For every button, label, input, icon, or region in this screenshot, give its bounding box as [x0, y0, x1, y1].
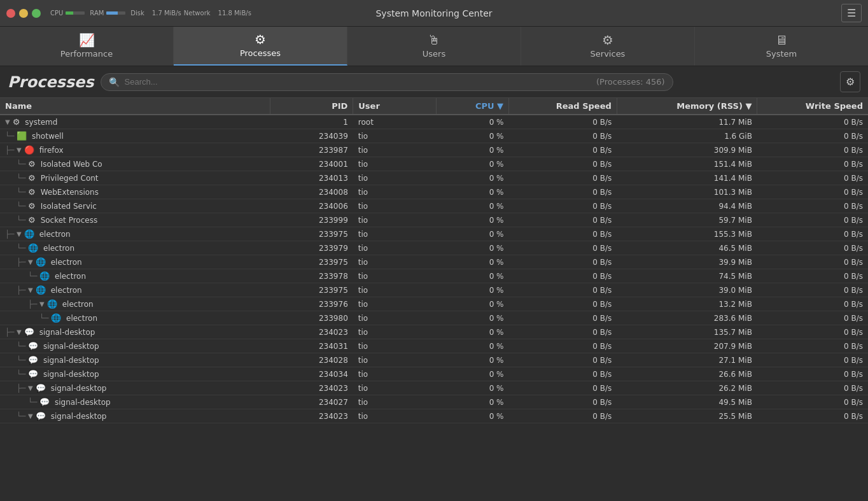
process-mem: 59.7 MiB	[617, 213, 757, 227]
table-row[interactable]: ├─▼ 🔴 firefox 233987tio0 %0 B/s309.9 MiB…	[0, 143, 868, 157]
process-pid: 233979	[270, 241, 353, 255]
process-icon: 🌐	[24, 229, 34, 239]
process-write: 0 B/s	[757, 339, 868, 353]
process-read: 0 B/s	[509, 143, 617, 157]
tab-services[interactable]: ⚙ Services	[521, 27, 695, 66]
table-row[interactable]: └─▼ 💬 signal-desktop 234023tio0 %0 B/s25…	[0, 409, 868, 423]
cpu-bar	[66, 11, 85, 15]
table-row[interactable]: └─ 💬 signal-desktop 234028tio0 %0 B/s27.…	[0, 353, 868, 367]
table-row[interactable]: ├─▼ 💬 signal-desktop 234023tio0 %0 B/s13…	[0, 325, 868, 339]
table-row[interactable]: └─ ⚙️ Isolated Servic 234006tio0 %0 B/s9…	[0, 199, 868, 213]
process-mem: 26.6 MiB	[617, 367, 757, 381]
table-row[interactable]: └─ ⚙️ Socket Process 233999tio0 %0 B/s59…	[0, 213, 868, 227]
process-icon: 🌐	[51, 313, 61, 323]
expand-arrow[interactable]: ▼	[28, 258, 33, 265]
process-name-label: signal-desktop	[43, 370, 99, 379]
process-write: 0 B/s	[757, 185, 868, 199]
process-name-label: signal-desktop	[55, 398, 111, 407]
process-icon: ⚙️	[28, 201, 36, 211]
process-icon: ⚙️	[28, 215, 36, 225]
table-row[interactable]: └─ 🌐 electron 233978tio0 %0 B/s74.5 MiB0…	[0, 269, 868, 283]
process-name-cell: ▼ ⚙️ systemd	[0, 115, 270, 129]
tab-system[interactable]: 🖥 System	[695, 27, 868, 66]
process-user: tio	[353, 241, 437, 255]
process-name-cell: ├─▼ 🌐 electron	[0, 297, 270, 311]
process-cpu: 0 %	[436, 381, 508, 395]
process-table-container[interactable]: Name PID User CPU ▼ Read Speed Memory (R…	[0, 98, 868, 501]
col-header-user[interactable]: User	[353, 98, 437, 115]
search-bar[interactable]: 🔍 (Processes: 456)	[101, 73, 673, 91]
process-icon: 🔴	[24, 145, 34, 155]
col-header-mem[interactable]: Memory (RSS) ▼	[617, 98, 757, 115]
settings-button[interactable]: ⚙	[840, 71, 860, 92]
process-icon: 🌐	[47, 299, 57, 309]
process-name-cell: └─ ⚙️ Socket Process	[0, 213, 270, 227]
process-read: 0 B/s	[509, 213, 617, 227]
table-row[interactable]: └─ 💬 signal-desktop 234034tio0 %0 B/s26.…	[0, 367, 868, 381]
col-header-name[interactable]: Name	[0, 98, 270, 115]
process-user: root	[353, 115, 437, 129]
process-icon: 🌐	[28, 243, 38, 253]
close-button[interactable]	[6, 9, 15, 18]
col-header-pid[interactable]: PID	[270, 98, 353, 115]
process-pid: 234006	[270, 199, 353, 213]
table-row[interactable]: └─ 🌐 electron 233980tio0 %0 B/s283.6 MiB…	[0, 311, 868, 325]
expand-arrow[interactable]: ▼	[17, 328, 22, 335]
process-mem: 1.6 GiB	[617, 129, 757, 143]
process-cpu: 0 %	[436, 129, 508, 143]
expand-arrow[interactable]: ▼	[28, 385, 33, 392]
process-read: 0 B/s	[509, 325, 617, 339]
process-write: 0 B/s	[757, 269, 868, 283]
table-row[interactable]: ├─▼ 🌐 electron 233975tio0 %0 B/s39.9 MiB…	[0, 255, 868, 269]
tabbar: 📈 Performance ⚙ Processes 🖱 Users ⚙ Serv…	[0, 27, 868, 66]
users-icon: 🖱	[428, 34, 440, 46]
menu-button[interactable]: ☰	[841, 4, 862, 22]
expand-arrow[interactable]: ▼	[28, 286, 33, 293]
process-user: tio	[353, 199, 437, 213]
expand-arrow[interactable]: ▼	[17, 230, 22, 237]
search-input[interactable]	[125, 77, 591, 87]
search-icon: 🔍	[109, 77, 120, 87]
expand-arrow[interactable]: ▼	[28, 413, 33, 420]
table-row[interactable]: ├─▼ 🌐 electron 233975tio0 %0 B/s39.0 MiB…	[0, 283, 868, 297]
table-row[interactable]: ├─▼ 🌐 electron 233976tio0 %0 B/s13.2 MiB…	[0, 297, 868, 311]
table-row[interactable]: └─ ⚙️ Privileged Cont 234013tio0 %0 B/s1…	[0, 171, 868, 185]
table-row[interactable]: └─ ⚙️ Isolated Web Co 234001tio0 %0 B/s1…	[0, 157, 868, 171]
process-user: tio	[353, 213, 437, 227]
process-read: 0 B/s	[509, 157, 617, 171]
col-header-write[interactable]: Write Speed	[757, 98, 868, 115]
expand-arrow[interactable]: ▼	[17, 146, 22, 153]
table-row[interactable]: ▼ ⚙️ systemd 1root0 %0 B/s11.7 MiB0 B/s	[0, 115, 868, 129]
process-icon: 💬	[24, 327, 34, 337]
maximize-button[interactable]	[32, 9, 41, 18]
minimize-button[interactable]	[19, 9, 28, 18]
process-write: 0 B/s	[757, 129, 868, 143]
expand-arrow[interactable]: ▼	[5, 118, 10, 125]
table-row[interactable]: ├─▼ 🌐 electron 233975tio0 %0 B/s155.3 Mi…	[0, 227, 868, 241]
table-row[interactable]: └─ 🌐 electron 233979tio0 %0 B/s46.5 MiB0…	[0, 241, 868, 255]
process-name-cell: └─ 💬 signal-desktop	[0, 353, 270, 367]
process-name-cell: ├─▼ 🌐 electron	[0, 283, 270, 297]
table-row[interactable]: └─ 💬 signal-desktop 234031tio0 %0 B/s207…	[0, 339, 868, 353]
process-write: 0 B/s	[757, 395, 868, 409]
process-user: tio	[353, 353, 437, 367]
tab-processes[interactable]: ⚙ Processes	[174, 27, 347, 66]
table-row[interactable]: └─ 💬 signal-desktop 234027tio0 %0 B/s49.…	[0, 395, 868, 409]
col-header-read[interactable]: Read Speed	[509, 98, 617, 115]
tab-performance[interactable]: 📈 Performance	[0, 27, 174, 66]
process-cpu: 0 %	[436, 143, 508, 157]
process-user: tio	[353, 143, 437, 157]
expand-arrow[interactable]: ▼	[39, 300, 45, 307]
col-header-cpu[interactable]: CPU ▼	[436, 98, 508, 115]
process-pid: 234023	[270, 325, 353, 339]
process-pid: 234039	[270, 129, 353, 143]
table-row[interactable]: └─ ⚙️ WebExtensions 234008tio0 %0 B/s101…	[0, 185, 868, 199]
tab-users[interactable]: 🖱 Users	[347, 27, 521, 66]
process-cpu: 0 %	[436, 283, 508, 297]
table-row[interactable]: └─ 🟩 shotwell 234039tio0 %0 B/s1.6 GiB0 …	[0, 129, 868, 143]
process-name-label: shotwell	[32, 132, 64, 141]
window-title: System Monitoring Center	[375, 8, 492, 18]
table-row[interactable]: ├─▼ 💬 signal-desktop 234023tio0 %0 B/s26…	[0, 381, 868, 395]
process-cpu: 0 %	[436, 325, 508, 339]
tab-users-label: Users	[423, 49, 445, 59]
